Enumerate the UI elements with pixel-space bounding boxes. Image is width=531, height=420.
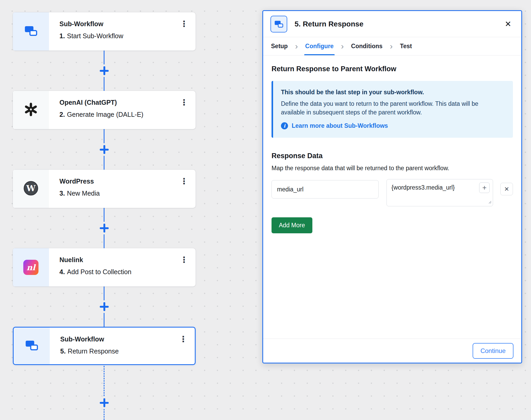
add-step-button[interactable] xyxy=(98,143,110,156)
panel-footer: Continue xyxy=(263,339,521,363)
workflow-step-1[interactable]: Sub-Workflow 1.Start Sub-Workflow ⋮ xyxy=(13,12,196,51)
subworkflow-icon xyxy=(24,338,39,354)
step-icon-cell xyxy=(13,12,49,51)
step-menu-icon[interactable]: ⋮ xyxy=(178,255,190,264)
info-icon: i xyxy=(281,122,288,129)
learn-more-label: Learn more about Sub-Workflows xyxy=(292,122,388,129)
response-key-input[interactable] xyxy=(272,180,379,198)
workflow-step-2[interactable]: OpenAI (ChatGPT) 2.Generate Image (DALL-… xyxy=(13,91,196,129)
add-step-button[interactable] xyxy=(98,222,110,234)
subworkflow-icon xyxy=(270,16,287,32)
info-callout-title: This should be the last step in your sub… xyxy=(281,89,504,96)
chevron-right-icon: › xyxy=(384,37,399,55)
panel-header: 5. Return Response ✕ xyxy=(263,11,521,37)
add-more-button[interactable]: Add More xyxy=(272,217,312,233)
panel-content: Return Response to Parent Workflow This … xyxy=(263,56,521,339)
subworkflow-icon xyxy=(23,23,38,40)
step-app-name: OpenAI (ChatGPT) xyxy=(59,99,180,106)
tab-setup[interactable]: Setup xyxy=(270,37,289,55)
step-menu-icon[interactable]: ⋮ xyxy=(178,98,190,107)
step-app-name: Sub-Workflow xyxy=(60,335,179,343)
step-menu-icon[interactable]: ⋮ xyxy=(178,176,190,186)
svg-text:W: W xyxy=(26,184,36,193)
tab-configure[interactable]: Configure xyxy=(304,37,335,55)
workflow-step-4[interactable]: nl Nuelink 4.Add Post to Collection ⋮ xyxy=(13,248,196,286)
panel-tabs: Setup › Configure › Conditions › Test xyxy=(263,37,521,56)
response-data-heading: Response Data xyxy=(272,152,513,160)
info-callout-body: Define the data you want to return to th… xyxy=(281,100,504,117)
step-action: 5.Return Response xyxy=(60,347,179,355)
step-icon-cell xyxy=(14,328,50,364)
step-app-name: WordPress xyxy=(59,178,180,185)
step-menu-icon[interactable]: ⋮ xyxy=(178,19,190,29)
step-app-name: Nuelink xyxy=(59,256,180,264)
panel-title: 5. Return Response xyxy=(295,20,363,28)
step-action: 3.New Media xyxy=(59,190,180,197)
response-value-field: + xyxy=(386,179,493,206)
openai-icon xyxy=(23,102,38,118)
continue-button[interactable]: Continue xyxy=(473,343,513,359)
step-icon-cell xyxy=(13,91,49,129)
tab-conditions[interactable]: Conditions xyxy=(350,37,384,55)
add-step-button[interactable] xyxy=(98,300,110,313)
step-app-name: Sub-Workflow xyxy=(59,20,180,28)
add-step-button[interactable] xyxy=(98,64,110,77)
response-mapping-row: + ✕ xyxy=(272,179,513,206)
learn-more-link[interactable]: i Learn more about Sub-Workflows xyxy=(281,122,504,129)
remove-mapping-button[interactable]: ✕ xyxy=(500,183,513,195)
resize-grip-icon[interactable] xyxy=(488,200,491,205)
tab-test[interactable]: Test xyxy=(399,37,413,55)
step-action: 2.Generate Image (DALL-E) xyxy=(59,111,180,118)
step-icon-cell: W xyxy=(13,170,49,208)
step-action: 1.Start Sub-Workflow xyxy=(59,32,180,40)
wordpress-icon: W xyxy=(23,180,39,197)
workflow-step-5[interactable]: Sub-Workflow 5.Return Response ⋮ xyxy=(13,327,196,365)
response-value-input[interactable] xyxy=(387,179,493,206)
info-callout: This should be the last step in your sub… xyxy=(272,81,513,138)
response-data-description: Map the response data that will be retur… xyxy=(272,165,513,172)
close-icon[interactable]: ✕ xyxy=(502,19,514,30)
chevron-right-icon: › xyxy=(289,37,304,55)
section-heading: Return Response to Parent Workflow xyxy=(272,65,513,73)
insert-variable-button[interactable]: + xyxy=(479,183,490,193)
step-icon-cell: nl xyxy=(13,248,49,286)
chevron-right-icon: › xyxy=(335,37,350,55)
step-menu-icon[interactable]: ⋮ xyxy=(178,334,189,344)
connector-line-dashed xyxy=(104,366,104,420)
step-config-panel: 5. Return Response ✕ Setup › Configure ›… xyxy=(262,10,522,363)
nuelink-icon: nl xyxy=(23,260,38,275)
add-step-button[interactable] xyxy=(98,396,110,409)
step-action: 4.Add Post to Collection xyxy=(59,268,180,276)
workflow-step-3[interactable]: W WordPress 3.New Media ⋮ xyxy=(13,170,196,208)
